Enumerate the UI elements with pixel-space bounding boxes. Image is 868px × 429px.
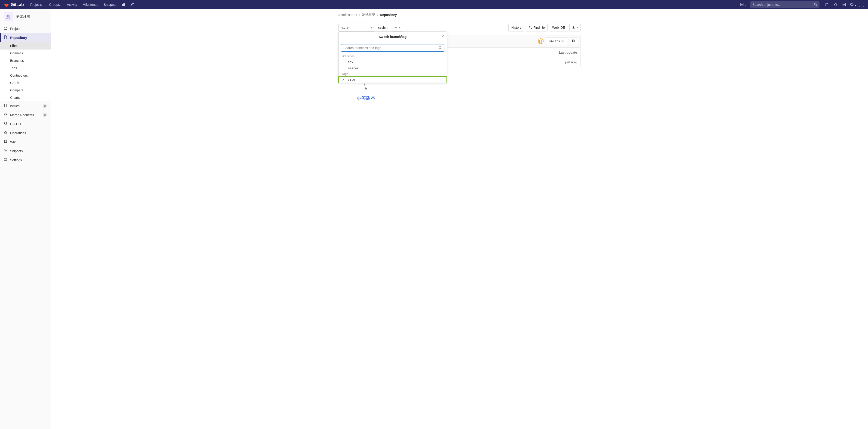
breadcrumb-page: Repository [380, 13, 397, 17]
cloud-gear-icon [4, 131, 7, 135]
find-file-button[interactable]: Find file [526, 24, 548, 31]
breadcrumb: Administrator › 测试环境 › Repository [338, 9, 581, 20]
breadcrumb-project[interactable]: 测试环境 [362, 13, 375, 17]
svg-point-12 [851, 5, 852, 5]
svg-point-20 [4, 149, 5, 150]
sidebar-item-cicd[interactable]: CI / CD [0, 119, 51, 128]
sidebar-item-wiki[interactable]: Wiki [0, 138, 51, 146]
branch-item-master[interactable]: master [339, 65, 447, 71]
chart-icon[interactable] [120, 3, 127, 7]
sidebar-item-issues[interactable]: Issues 0 [0, 102, 51, 110]
issues-icon [4, 104, 7, 108]
sidebar-sub-files[interactable]: Files [0, 42, 51, 50]
dropdown-branches-label: Branches [339, 53, 447, 59]
sidebar-sub-tags[interactable]: Tags [0, 64, 51, 72]
chevron-down-icon: ▾ [60, 4, 61, 6]
dropdown-search[interactable] [341, 44, 444, 52]
download-dropdown[interactable]: ▾ [569, 24, 581, 31]
svg-rect-1 [123, 3, 124, 6]
chevron-down-icon: ▾ [42, 4, 44, 6]
clipboard-icon [572, 39, 575, 43]
path-root[interactable]: ceshi [378, 26, 386, 29]
chevron-down-icon: ▾ [399, 26, 401, 29]
search-icon [529, 26, 532, 30]
file-icon [4, 35, 7, 40]
merge-request-icon[interactable] [832, 3, 839, 7]
nav-milestones[interactable]: Milestones [81, 0, 100, 9]
issues-icon[interactable] [823, 3, 831, 7]
commit-sha[interactable]: 947ab280 [546, 37, 567, 45]
col-last-update: Last update [559, 51, 577, 54]
sidebar-sub-graph[interactable]: Graph [0, 79, 51, 87]
scissors-icon [4, 149, 7, 153]
todos-icon[interactable] [840, 3, 848, 7]
nav-snippets[interactable]: Snippets [101, 0, 119, 9]
chevron-right-icon: › [377, 13, 378, 17]
sidebar-item-project[interactable]: Project [0, 24, 51, 33]
svg-point-16 [6, 115, 7, 116]
svg-point-14 [4, 113, 5, 114]
sidebar-sub-contributors[interactable]: Contributors [0, 72, 51, 79]
project-avatar: 测 [4, 12, 13, 21]
add-file-dropdown[interactable]: ＋ ▾ [392, 24, 403, 31]
annotation-text: 标签版本 [357, 95, 375, 101]
svg-rect-13 [4, 104, 7, 107]
copy-sha-button[interactable] [570, 37, 577, 45]
close-icon[interactable]: × [441, 34, 444, 39]
global-search[interactable] [750, 1, 819, 8]
brand-logo[interactable]: GitLab [4, 2, 24, 7]
sidebar-item-operations[interactable]: Operations [0, 128, 51, 138]
home-icon [4, 26, 7, 31]
main-content: Administrator › 测试环境 › Repository v1.0 ▾… [51, 9, 868, 429]
history-button[interactable]: History [508, 24, 525, 31]
web-ide-button[interactable]: Web IDE [549, 24, 568, 31]
sidebar-item-settings[interactable]: Settings [0, 155, 51, 165]
pipeline-pending-icon[interactable]: ❚❚ [538, 38, 544, 44]
chevron-down-icon: ▾ [745, 4, 746, 6]
svg-point-22 [529, 26, 531, 28]
tag-item-v1[interactable]: v1.0 [339, 77, 447, 83]
svg-point-19 [4, 151, 5, 152]
gear-icon [4, 158, 7, 162]
plus-icon: ＋ [395, 25, 398, 30]
sidebar-sub-commits[interactable]: Commits [0, 50, 51, 57]
search-input[interactable] [752, 3, 814, 6]
sidebar-item-repository[interactable]: Repository [0, 33, 51, 42]
branch-item-dev[interactable]: dev [339, 59, 447, 65]
chevron-right-icon: › [359, 13, 360, 17]
ref-selector[interactable]: v1.0 ▾ [338, 24, 375, 31]
user-avatar[interactable] [859, 2, 864, 7]
mr-count-badge: 0 [43, 113, 47, 117]
dropdown-tags-label: Tags [339, 71, 447, 77]
dropdown-search-input[interactable] [343, 46, 439, 50]
sidebar-sub-compare[interactable]: Compare [0, 87, 51, 94]
help-dropdown[interactable]: ▾ [849, 3, 857, 7]
svg-point-8 [834, 5, 835, 6]
switch-ref-dropdown: Switch branch/tag × Branches dev master … [338, 31, 447, 83]
svg-rect-0 [122, 4, 123, 6]
issues-count-badge: 0 [43, 104, 47, 108]
svg-point-9 [836, 5, 837, 6]
project-header[interactable]: 测 测试环境 [0, 9, 51, 24]
sidebar-sub-charts[interactable]: Charts [0, 94, 51, 102]
svg-point-23 [439, 46, 441, 48]
svg-point-4 [814, 3, 816, 5]
repo-toolbar: v1.0 ▾ ceshi / ＋ ▾ History Find fi [338, 20, 581, 35]
sidebar-item-snippets[interactable]: Snippets [0, 146, 51, 155]
plus-dropdown[interactable]: ▾ [739, 3, 747, 7]
nav-groups[interactable]: Groups▾ [47, 0, 64, 9]
rocket-icon [4, 122, 7, 126]
dropdown-title: Switch branch/tag [379, 35, 407, 39]
wrench-icon[interactable] [128, 3, 136, 7]
svg-point-18 [5, 132, 6, 133]
nav-projects[interactable]: Projects▾ [28, 0, 46, 9]
sidebar-sub-branches[interactable]: Branches [0, 57, 51, 64]
nav-activity[interactable]: Activity [65, 0, 80, 9]
breadcrumb-owner[interactable]: Administrator [338, 13, 357, 17]
sidebar-item-merge-requests[interactable]: Merge Requests 0 [0, 110, 51, 119]
svg-rect-2 [124, 3, 125, 6]
chevron-down-icon: ▾ [855, 4, 856, 7]
chevron-down-icon: ▾ [370, 26, 372, 29]
svg-point-15 [4, 115, 5, 116]
repository-subnav: Files Commits Branches Tags Contributors… [0, 42, 51, 102]
